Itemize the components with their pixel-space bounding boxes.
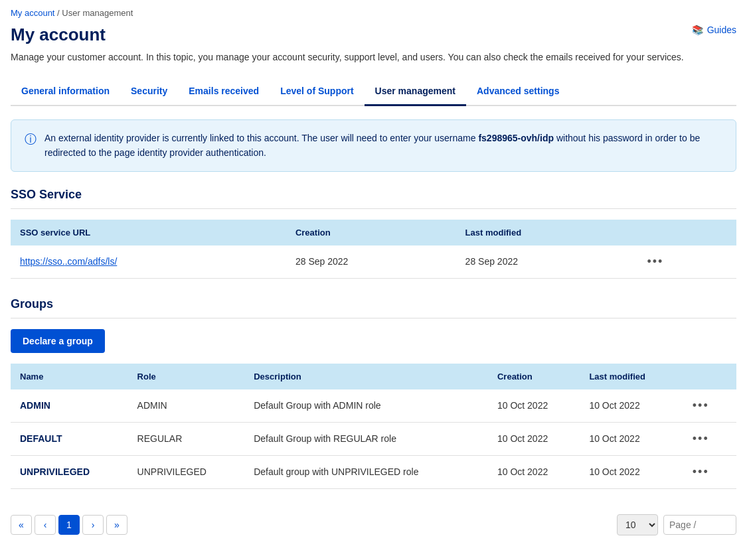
sso-col-last-modified: Last modified — [456, 220, 634, 245]
tab-user-management[interactable]: User management — [365, 78, 466, 106]
group-role-cell: ADMIN — [128, 389, 245, 423]
groups-col-actions — [679, 364, 736, 389]
tab-advanced-settings[interactable]: Advanced settings — [466, 78, 570, 106]
guides-link[interactable]: 📚 Guides — [692, 25, 736, 35]
group-more-button[interactable]: ••• — [689, 397, 713, 414]
pagination-next[interactable]: › — [82, 515, 104, 535]
tab-emails-received[interactable]: Emails received — [178, 78, 270, 106]
tab-general-information[interactable]: General information — [11, 78, 120, 106]
groups-table-row: DEFAULT REGULAR Default Group with REGUL… — [11, 422, 736, 455]
pagination-right: 10 25 50 100 — [617, 514, 736, 535]
groups-table-row: UNPRIVILEGED UNPRIVILEGED Default group … — [11, 455, 736, 488]
group-more-button[interactable]: ••• — [689, 464, 713, 480]
info-text: An external identity provider is current… — [44, 131, 722, 161]
page-input[interactable] — [663, 515, 736, 535]
group-creation-cell: 10 Oct 2022 — [488, 389, 580, 423]
group-description-cell: Default Group with ADMIN role — [244, 389, 488, 423]
sso-section-title: SSO Service — [11, 188, 736, 202]
info-box: ⓘ An external identity provider is curre… — [11, 119, 736, 172]
sso-section-divider — [11, 208, 736, 209]
page-header: My account 📚 Guides — [11, 25, 736, 45]
groups-section-title: Groups — [11, 297, 736, 311]
pagination-row: « ‹ 1 › » 10 25 50 100 — [11, 508, 736, 535]
tabs-nav: General information Security Emails rece… — [11, 78, 736, 106]
tab-level-of-support[interactable]: Level of Support — [270, 78, 364, 106]
guides-label: Guides — [707, 25, 736, 35]
group-role-cell: REGULAR — [128, 422, 245, 455]
groups-table: Name Role Description Creation Last modi… — [11, 364, 736, 489]
group-last-modified-cell: 10 Oct 2022 — [580, 422, 679, 455]
groups-col-last-modified: Last modified — [580, 364, 679, 389]
group-more-button[interactable]: ••• — [689, 431, 713, 447]
sso-col-url: SSO service URL — [11, 220, 286, 245]
pagination-first[interactable]: « — [11, 515, 32, 535]
breadcrumb: My account / User management — [11, 8, 736, 18]
breadcrumb-separator: / — [57, 8, 60, 18]
sso-actions-cell[interactable]: ••• — [633, 245, 736, 279]
guides-icon: 📚 — [692, 25, 703, 35]
group-name-cell: ADMIN — [11, 389, 128, 423]
group-actions-cell[interactable]: ••• — [679, 455, 736, 488]
tab-security[interactable]: Security — [120, 78, 178, 106]
sso-table-row: https://sso..com/adfs/ls/ 28 Sep 2022 28… — [11, 245, 736, 279]
declare-group-button[interactable]: Declare a group — [11, 329, 105, 353]
groups-col-role: Role — [128, 364, 245, 389]
page-title: My account — [11, 25, 106, 45]
sso-more-button[interactable]: ••• — [643, 253, 667, 270]
page-size-select[interactable]: 10 25 50 100 — [617, 514, 658, 535]
sso-table-header-row: SSO service URL Creation Last modified — [11, 220, 736, 245]
info-icon: ⓘ — [25, 131, 37, 147]
pagination-buttons: « ‹ 1 › » — [11, 515, 127, 535]
group-creation-cell: 10 Oct 2022 — [488, 455, 580, 488]
groups-col-name: Name — [11, 364, 128, 389]
sso-url-cell[interactable]: https://sso..com/adfs/ls/ — [11, 245, 286, 279]
groups-table-header-row: Name Role Description Creation Last modi… — [11, 364, 736, 389]
group-actions-cell[interactable]: ••• — [679, 422, 736, 455]
group-last-modified-cell: 10 Oct 2022 — [580, 455, 679, 488]
sso-col-creation: Creation — [286, 220, 456, 245]
group-creation-cell: 10 Oct 2022 — [488, 422, 580, 455]
sso-col-actions — [633, 220, 736, 245]
group-name-cell: UNPRIVILEGED — [11, 455, 128, 488]
pagination-last[interactable]: » — [106, 515, 127, 535]
username-highlight: fs298965-ovh/idp — [478, 133, 554, 143]
groups-col-creation: Creation — [488, 364, 580, 389]
sso-last-modified-cell: 28 Sep 2022 — [456, 245, 634, 279]
group-actions-cell[interactable]: ••• — [679, 389, 736, 423]
group-name-cell: DEFAULT — [11, 422, 128, 455]
group-description-cell: Default group with UNPRIVILEGED role — [244, 455, 488, 488]
group-role-cell: UNPRIVILEGED — [128, 455, 245, 488]
group-description-cell: Default Group with REGULAR role — [244, 422, 488, 455]
breadcrumb-link[interactable]: My account — [11, 8, 54, 18]
sso-table: SSO service URL Creation Last modified h… — [11, 220, 736, 279]
groups-table-row: ADMIN ADMIN Default Group with ADMIN rol… — [11, 389, 736, 423]
breadcrumb-current: User management — [62, 8, 133, 18]
sso-creation-cell: 28 Sep 2022 — [286, 245, 456, 279]
group-last-modified-cell: 10 Oct 2022 — [580, 389, 679, 423]
groups-col-description: Description — [244, 364, 488, 389]
pagination-prev[interactable]: ‹ — [35, 515, 56, 535]
groups-section-divider — [11, 318, 736, 318]
page-description: Manage your customer account. In this to… — [11, 50, 736, 64]
page-wrapper: My account / User management My account … — [0, 0, 747, 543]
pagination-page-1[interactable]: 1 — [58, 515, 80, 535]
